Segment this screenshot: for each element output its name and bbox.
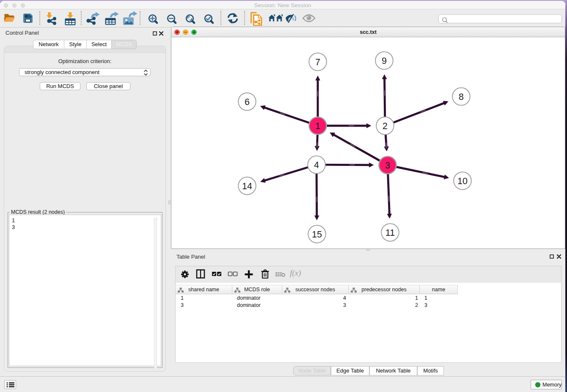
svg-text:2: 2 <box>383 121 388 131</box>
svg-text:10: 10 <box>457 176 468 186</box>
svg-text:14: 14 <box>242 181 252 191</box>
svg-text:7: 7 <box>315 57 320 67</box>
svg-text:8: 8 <box>459 92 464 102</box>
svg-text:1: 1 <box>315 121 320 131</box>
svg-text:15: 15 <box>312 229 322 240</box>
svg-text:3: 3 <box>385 160 390 171</box>
svg-text:4: 4 <box>314 160 319 170</box>
svg-text:9: 9 <box>382 56 387 66</box>
svg-text:11: 11 <box>385 228 395 238</box>
svg-text:6: 6 <box>245 97 250 107</box>
